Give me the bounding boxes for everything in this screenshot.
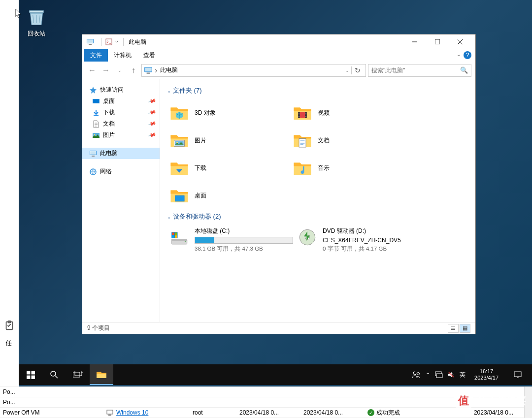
- search-box[interactable]: 🔍: [368, 64, 471, 77]
- nav-back-icon[interactable]: ←: [86, 64, 98, 76]
- properties-icon[interactable]: [105, 38, 112, 45]
- svg-point-24: [299, 116, 299, 117]
- address-dropdown-icon[interactable]: ⌄: [343, 68, 351, 73]
- nav-desktop[interactable]: 桌面📌: [82, 96, 160, 107]
- drive-name: DVD 驱动器 (D:): [323, 227, 421, 235]
- windows-icon: [27, 371, 35, 379]
- search-button[interactable]: [42, 364, 66, 385]
- task-user: root: [190, 409, 236, 416]
- nav-label: 网络: [100, 167, 112, 176]
- folder-icon: [169, 102, 190, 123]
- ime-indicator[interactable]: 英: [460, 371, 466, 379]
- search-icon[interactable]: 🔍: [460, 66, 468, 74]
- svg-rect-17: [92, 156, 95, 157]
- task-name: Po...: [0, 399, 103, 406]
- svg-rect-2: [29, 10, 43, 13]
- nav-label: 此电脑: [100, 149, 118, 158]
- address-crumb-sep[interactable]: ›: [155, 66, 157, 75]
- nav-recent-icon[interactable]: ⌄: [114, 64, 126, 76]
- drive-c[interactable]: 本地磁盘 (C:) 38.1 GB 可用，共 47.3 GB: [167, 225, 295, 255]
- date-text: 2023/4/17: [474, 375, 499, 381]
- folder-videos[interactable]: 视频: [290, 99, 413, 127]
- scrollbar[interactable]: [524, 386, 532, 418]
- close-button[interactable]: [449, 34, 471, 49]
- clipboard-icon[interactable]: [4, 320, 15, 331]
- separator: [101, 38, 101, 46]
- svg-point-22: [299, 113, 299, 113]
- qat-dropdown-icon[interactable]: [114, 38, 119, 45]
- task-row[interactable]: Power Off VMWindows 10root2023/04/18 0..…: [0, 407, 532, 418]
- help-icon[interactable]: ?: [464, 51, 471, 59]
- menu-computer[interactable]: 计算机: [108, 49, 137, 62]
- folder-3d-objects[interactable]: 3D 对象: [167, 99, 290, 127]
- nav-downloads[interactable]: 下载📌: [82, 107, 160, 118]
- svg-rect-5: [89, 44, 92, 45]
- svg-rect-57: [108, 415, 111, 416]
- recycle-bin[interactable]: 回收站: [20, 6, 53, 38]
- explorer-taskbar-button[interactable]: [90, 364, 113, 385]
- folder-documents[interactable]: 文档: [290, 127, 413, 154]
- ribbon-expand-icon[interactable]: ⌄: [457, 52, 461, 57]
- maximize-button[interactable]: [426, 34, 449, 49]
- folder-music[interactable]: 音乐: [290, 154, 413, 182]
- address-box[interactable]: › 此电脑 ⌄ ↻: [141, 64, 366, 77]
- content-pane: ⌄文件夹 (7) 3D 对象 视频 图片 文档 下载 音乐 桌面 ⌄设备和驱动器…: [160, 79, 475, 322]
- group-title: 设备和驱动器 (2): [173, 212, 221, 221]
- task-status: ✓成功完成: [365, 409, 416, 417]
- status-text: 9 个项目: [87, 324, 110, 332]
- svg-rect-12: [93, 99, 99, 103]
- folder-downloads[interactable]: 下载: [167, 154, 290, 182]
- task-view-button[interactable]: [66, 364, 90, 385]
- view-large-icon[interactable]: ▦: [460, 324, 470, 333]
- drive-stats: 38.1 GB 可用，共 47.3 GB: [195, 245, 293, 253]
- drive-icon: [169, 227, 190, 248]
- group-folders[interactable]: ⌄文件夹 (7): [167, 86, 475, 95]
- network-tray-icon[interactable]: [435, 371, 443, 378]
- menubar: 文件 计算机 查看 ⌄ ?: [82, 49, 475, 62]
- minimize-button[interactable]: [403, 34, 426, 49]
- svg-rect-4: [87, 39, 93, 43]
- clock[interactable]: 16:172023/4/17: [470, 368, 502, 381]
- menu-file[interactable]: 文件: [84, 49, 108, 62]
- titlebar[interactable]: 此电脑: [82, 34, 475, 49]
- task-row[interactable]: Po...h: [0, 386, 532, 397]
- view-details-icon[interactable]: ☰: [448, 324, 459, 333]
- folder-pictures[interactable]: 图片: [167, 127, 290, 154]
- svg-rect-54: [436, 374, 442, 378]
- network-icon: [89, 168, 97, 176]
- volume-icon[interactable]: [448, 371, 455, 378]
- nav-network[interactable]: 网络: [82, 166, 160, 177]
- chevron-down-icon: ⌄: [167, 88, 171, 94]
- nav-documents[interactable]: 文档📌: [82, 118, 160, 129]
- tray-chevron-icon[interactable]: ⌃: [426, 372, 430, 378]
- nav-quick-access[interactable]: 快速访问: [82, 84, 160, 96]
- drive-d[interactable]: DVD 驱动器 (D:) CES_X64FREV_ZH-CN_DV5 0 字节 …: [295, 225, 423, 255]
- folder-icon: [169, 158, 190, 178]
- task-row[interactable]: Po...n: [0, 397, 532, 407]
- nav-this-pc[interactable]: 此电脑: [82, 148, 160, 159]
- group-devices[interactable]: ⌄设备和驱动器 (2): [167, 212, 475, 221]
- svg-rect-38: [172, 232, 174, 235]
- pin-icon: 📌: [148, 96, 157, 105]
- svg-rect-39: [175, 232, 177, 235]
- people-icon[interactable]: [412, 370, 421, 379]
- svg-rect-47: [31, 375, 34, 379]
- refresh-icon[interactable]: ↻: [351, 66, 364, 74]
- search-input[interactable]: [371, 67, 460, 74]
- time-text: 16:17: [474, 368, 499, 375]
- menu-view[interactable]: 查看: [137, 49, 161, 62]
- svg-rect-35: [171, 239, 187, 241]
- svg-rect-31: [299, 139, 306, 148]
- panel-label: 任: [5, 339, 12, 348]
- nav-pictures[interactable]: 图片📌: [82, 129, 160, 141]
- svg-rect-50: [75, 371, 82, 376]
- svg-rect-33: [175, 196, 184, 201]
- nav-forward-icon[interactable]: →: [100, 64, 112, 76]
- action-center-icon[interactable]: [507, 371, 528, 379]
- svg-rect-44: [27, 371, 30, 374]
- task-target[interactable]: Windows 10: [103, 409, 190, 416]
- folder-desktop[interactable]: 桌面: [167, 182, 290, 209]
- start-button[interactable]: [19, 364, 42, 385]
- address-location[interactable]: 此电脑: [160, 66, 343, 74]
- nav-up-icon[interactable]: ↑: [128, 64, 139, 76]
